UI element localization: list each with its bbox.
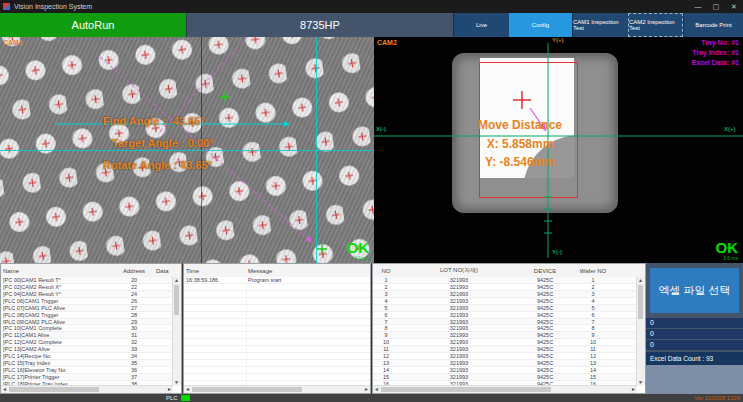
excel-counter-value: 0 xyxy=(646,329,743,339)
excel-counter-value: 0 xyxy=(646,318,743,328)
lot-header-lotno: LOT NO(자재) xyxy=(399,266,519,275)
barcode-print-button[interactable]: Barcode Print xyxy=(683,13,743,37)
plc-header-data: Data xyxy=(154,268,181,274)
maximize-icon[interactable]: ▢ xyxy=(707,0,725,13)
lot-horizontal-scrollbar[interactable]: ◄► xyxy=(373,385,637,393)
table-row[interactable]: 8 321993 9425C 8 xyxy=(373,325,637,332)
config-button[interactable]: Config xyxy=(509,13,572,37)
autorun-button[interactable]: AutoRun xyxy=(0,13,186,37)
move-distance-title: Move Distance xyxy=(450,118,590,132)
rotate-angle-readout: Rotate Angle : 43.65° xyxy=(103,159,212,171)
table-row[interactable]: [PLC 14]Recipe No. 34 xyxy=(1,353,173,360)
table-row[interactable]: 7 321993 9425C 7 xyxy=(373,319,637,326)
lot-header-no: NO xyxy=(373,268,399,274)
excel-panel: 엑셀 파일 선택 000 Excel Data Count : 93 xyxy=(646,263,743,394)
log-header-message: Message xyxy=(246,268,370,274)
table-row[interactable]: 6 321993 9425C 6 xyxy=(373,312,637,319)
status-bar: PLC Ver 220328 1329 xyxy=(0,394,743,402)
table-row[interactable]: [PLC 08]CAM2 Trigger 28 xyxy=(1,312,173,319)
table-row[interactable]: [PC 00]CAM1 Result T° 20 xyxy=(1,277,173,284)
plc-connected-indicator xyxy=(181,395,190,401)
vision-inspection-app: Vision Inspection System — ▢ ✕ AutoRun 8… xyxy=(0,0,743,402)
find-angle-readout: Find Angle : -43.65° xyxy=(103,115,205,127)
excel-counters: 000 xyxy=(646,318,743,351)
axis-label-y-negative: Y(-) xyxy=(552,249,562,255)
log-table-rows: 16:38:59.186 Program start xyxy=(184,277,370,386)
plc-vertical-scrollbar[interactable]: ▲▼ xyxy=(172,277,181,386)
window-titlebar: Vision Inspection System — ▢ ✕ xyxy=(0,0,743,13)
excel-counter-value: 0 xyxy=(646,340,743,350)
live-button[interactable]: Live xyxy=(453,13,509,37)
target-angle-readout: Target Angle : 0.00° xyxy=(112,137,214,149)
excel-panel-footer xyxy=(646,365,743,394)
version-label: Ver 220328 1329 xyxy=(694,394,740,402)
table-row[interactable]: 14 321993 9425C 14 xyxy=(373,367,637,374)
excel-file-select-button[interactable]: 엑셀 파일 선택 xyxy=(650,268,739,313)
table-row[interactable]: 9 321993 9425C 9 xyxy=(373,332,637,339)
tray-info-line: Tray Index: #1 xyxy=(692,48,739,58)
table-row[interactable]: [PLC 06]CAM1 Trigger 26 xyxy=(1,298,173,305)
plc-header-address: Address xyxy=(114,268,154,274)
table-row[interactable]: 12 321993 9425C 12 xyxy=(373,353,637,360)
tray-info-readout: Tray No: #1Tray Index: #1Excel Data: #1 xyxy=(692,38,739,68)
table-row[interactable]: [PC 12]CAM2 Complete 32 xyxy=(1,339,173,346)
cam2-inspection-test-button[interactable]: CAM2 Inspection Test xyxy=(628,13,683,37)
plc-address-table: Name Address Data [PC 00]CAM1 Result T° … xyxy=(0,263,182,394)
tray-info-line: Tray No: #1 xyxy=(692,38,739,48)
axis-label-y-positive: Y(+) xyxy=(552,37,564,43)
lot-header-device: DEVICE xyxy=(519,268,571,274)
minimize-icon[interactable]: — xyxy=(689,0,707,13)
cam1-status-badge: OK xyxy=(347,241,370,254)
table-row[interactable]: 11 321993 9425C 11 xyxy=(373,346,637,353)
tray-info-line: Excel Data: #1 xyxy=(692,58,739,68)
plc-horizontal-scrollbar[interactable]: ◄► xyxy=(1,385,173,393)
table-row[interactable]: 10 321993 9425C 10 xyxy=(373,339,637,346)
table-row[interactable]: 1 321993 9425C 1 xyxy=(373,277,637,284)
lot-table-rows: 1 321993 9425C 1 2 321993 9425C 2 3 32 xyxy=(373,277,637,386)
cam1-status-time: 4.1 ms xyxy=(354,255,369,261)
table-row[interactable]: [PC 04]CAM2 Result Y° 24 xyxy=(1,291,173,298)
model-label: 8735HP xyxy=(186,13,453,37)
table-row[interactable]: 16:38:59.186 Program start xyxy=(184,277,370,284)
lot-header-waferno: Wafer NO xyxy=(571,268,615,274)
cam1-inspection-test-button[interactable]: CAM1 Inspection Test xyxy=(572,13,628,37)
table-row[interactable]: [PLC 17]Printer Trigger 37 xyxy=(1,374,173,381)
move-distance-x: X: 5.858mm xyxy=(450,137,590,151)
cam1-view[interactable]: CAM1 Find Angle : -43.65° Target Angle :… xyxy=(0,37,374,263)
table-row[interactable]: 13 321993 9425C 13 xyxy=(373,360,637,367)
plc-status-label: PLC xyxy=(166,394,178,402)
axis-label-x-negative: X(-) xyxy=(376,126,386,132)
app-logo-icon xyxy=(3,3,10,10)
cam1-label: CAM1 xyxy=(3,39,23,46)
table-row[interactable]: [PC 02]CAM2 Result X° 22 xyxy=(1,284,173,291)
table-row[interactable]: 5 321993 9425C 5 xyxy=(373,305,637,312)
table-row[interactable]: 15 321993 9425C 15 xyxy=(373,374,637,381)
lot-vertical-scrollbar[interactable]: ▲▼ xyxy=(636,277,645,386)
table-row[interactable]: 3 321993 9425C 3 xyxy=(373,291,637,298)
table-row[interactable]: [PC 10]CAM1 Complete 30 xyxy=(1,325,173,332)
close-icon[interactable]: ✕ xyxy=(725,0,743,13)
plc-table-header: Name Address Data xyxy=(1,264,181,278)
axis-label-x-positive: X(+) xyxy=(724,126,736,132)
cam2-label: CAM2 xyxy=(377,39,397,46)
window-controls: — ▢ ✕ xyxy=(689,0,743,13)
lot-table-header: NO LOT NO(자재) DEVICE Wafer NO xyxy=(373,264,645,278)
table-row[interactable]: [PLC 07]CAM1 PLC Alive 27 xyxy=(1,305,173,312)
plc-header-name: Name xyxy=(1,268,114,274)
table-row[interactable]: 2 321993 9425C 2 xyxy=(373,284,637,291)
cam2-status-badge: OK xyxy=(716,241,739,254)
lot-table: NO LOT NO(자재) DEVICE Wafer NO 1 321993 9… xyxy=(372,263,646,394)
cam2-status-time: 3.6 ms xyxy=(723,255,738,261)
move-distance-y: Y: -8.546mm xyxy=(450,155,590,169)
table-row[interactable]: [PC 13]CAM2 Alive 33 xyxy=(1,346,173,353)
table-row[interactable]: [PLC 16]Elevator Tray No. 36 xyxy=(1,367,173,374)
log-horizontal-scrollbar[interactable]: ◄► xyxy=(184,385,370,393)
table-row[interactable]: [PC 11]CAM1 Alive 31 xyxy=(1,332,173,339)
table-row[interactable]: [PLC 09]CAM2 PLC Alive 29 xyxy=(1,319,173,326)
log-header-time: Time xyxy=(184,268,246,274)
log-table-header: Time Message xyxy=(184,264,370,278)
table-row[interactable]: 4 321993 9425C 4 xyxy=(373,298,637,305)
cam2-view[interactable]: CAM2 Tray No: #1Tray Index: #1Excel Data… xyxy=(374,37,743,263)
table-row[interactable]: [PLC 15]Tray Index 35 xyxy=(1,360,173,367)
log-table: Time Message 16:38:59.186 Program start … xyxy=(183,263,371,394)
